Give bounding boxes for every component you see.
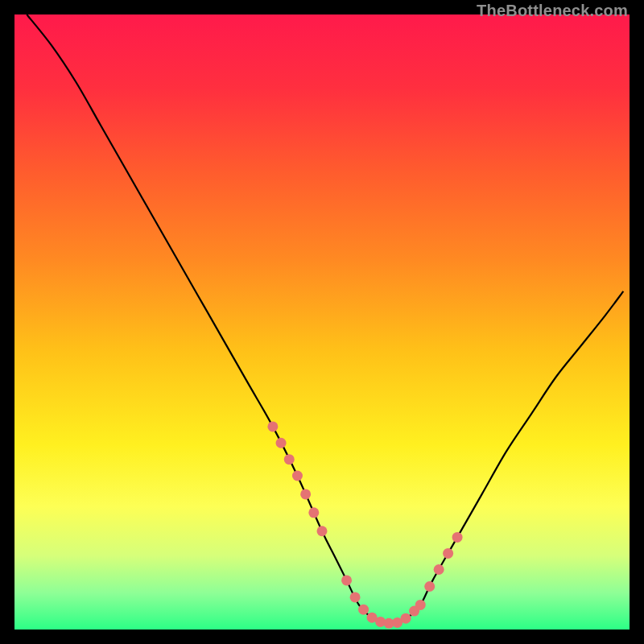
highlight-marker (267, 421, 278, 431)
gradient-background (14, 14, 630, 630)
highlight-marker (284, 454, 295, 464)
highlight-marker (308, 507, 319, 518)
highlight-marker (341, 575, 352, 585)
chart-frame (14, 14, 630, 630)
highlight-marker (443, 548, 453, 559)
highlight-marker (358, 605, 369, 615)
highlight-marker (276, 438, 287, 448)
highlight-marker (300, 489, 311, 499)
highlight-marker (452, 532, 463, 543)
highlight-marker (434, 564, 444, 575)
highlight-marker (350, 592, 361, 602)
highlight-marker (317, 526, 328, 536)
highlight-marker (424, 581, 435, 592)
watermark-text: TheBottleneck.com (477, 2, 628, 20)
highlight-marker (292, 471, 303, 481)
bottleneck-chart (14, 14, 630, 630)
highlight-marker (415, 600, 426, 610)
highlight-marker (401, 613, 411, 624)
